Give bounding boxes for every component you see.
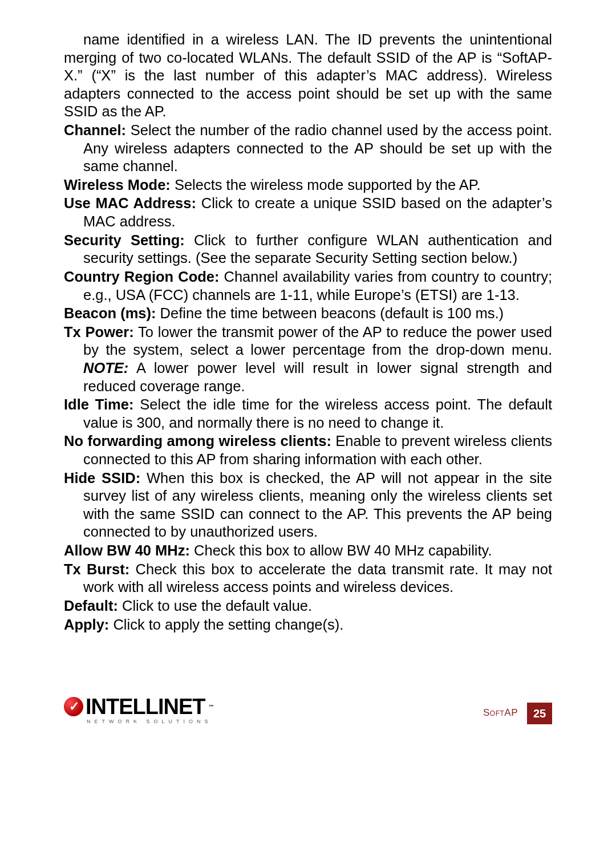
section-label: SoftAP <box>483 707 518 719</box>
allow-text: Check this box to allow BW 40 MHz capabi… <box>190 542 492 558</box>
wireless-mode-entry: Wireless Mode: Selects the wireless mode… <box>64 176 552 194</box>
country-label: Country Region Code: <box>64 269 219 285</box>
logo-check-icon: ✓ <box>64 697 83 716</box>
hide-text: When this box is checked, the AP will no… <box>83 470 552 540</box>
idle-text: Select the idle time for the wireless ac… <box>83 396 552 431</box>
brand-name: INTELLINET <box>86 696 205 717</box>
idle-label: Idle Time: <box>64 396 133 412</box>
hide-label: Hide SSID: <box>64 470 140 486</box>
beacon-entry: Beacon (ms): Define the time between bea… <box>64 305 552 323</box>
wireless-mode-text: Selects the wireless mode supported by t… <box>171 177 481 193</box>
default-label: Default: <box>64 598 118 614</box>
ssid-continuation: name identified in a wireless LAN. The I… <box>64 31 552 121</box>
use-mac-entry: Use MAC Address: Click to create a uniqu… <box>64 194 552 230</box>
nofwd-entry: No forwarding among wireless clients: En… <box>64 432 552 468</box>
channel-label: Channel: <box>64 122 126 138</box>
txpower-note: NOTE: <box>83 360 128 376</box>
txburst-label: Tx Burst: <box>64 561 129 577</box>
logo: ✓ INTELLINET™ NETWORK SOLUTIONS <box>64 696 224 724</box>
brand-sub: NETWORK SOLUTIONS <box>87 719 224 724</box>
hide-entry: Hide SSID: When this box is checked, the… <box>64 469 552 541</box>
security-label: Security Setting: <box>64 232 185 248</box>
country-entry: Country Region Code: Channel availabilit… <box>64 268 552 304</box>
default-entry: Default: Click to use the default value. <box>64 597 552 615</box>
page-number: 25 <box>527 703 552 724</box>
txpower-text-b: A lower power level will result in lower… <box>83 360 552 394</box>
apply-text: Click to apply the setting change(s). <box>109 616 343 632</box>
page: name identified in a wireless LAN. The I… <box>0 0 616 868</box>
content-block: name identified in a wireless LAN. The I… <box>64 31 552 634</box>
txpower-label: Tx Power: <box>64 324 134 340</box>
use-mac-label: Use MAC Address: <box>64 195 196 211</box>
wireless-mode-label: Wireless Mode: <box>64 177 171 193</box>
logo-main: ✓ INTELLINET™ <box>64 696 224 717</box>
trademark: ™ <box>209 704 213 709</box>
allow-label: Allow BW 40 MHz: <box>64 542 190 558</box>
footer: ✓ INTELLINET™ NETWORK SOLUTIONS SoftAP 2… <box>64 696 552 724</box>
nofwd-label: No forwarding among wireless clients: <box>64 433 331 449</box>
channel-text: Select the number of the radio channel u… <box>83 122 552 174</box>
security-entry: Security Setting: Click to further confi… <box>64 232 552 267</box>
txburst-text: Check this box to accelerate the data tr… <box>83 561 552 595</box>
allow-entry: Allow BW 40 MHz: Check this box to allow… <box>64 542 552 560</box>
txburst-entry: Tx Burst: Check this box to accelerate t… <box>64 561 552 597</box>
apply-entry: Apply: Click to apply the setting change… <box>64 616 552 634</box>
default-text: Click to use the default value. <box>118 598 312 614</box>
ssid-continuation-text: name identified in a wireless LAN. The I… <box>64 31 552 119</box>
channel-entry: Channel: Select the number of the radio … <box>64 121 552 176</box>
txpower-text-a: To lower the transmit power of the AP to… <box>83 324 552 358</box>
txpower-entry: Tx Power: To lower the transmit power of… <box>64 323 552 395</box>
idle-entry: Idle Time: Select the idle time for the … <box>64 396 552 432</box>
beacon-text: Define the time between beacons (default… <box>156 305 504 321</box>
apply-label: Apply: <box>64 616 109 632</box>
beacon-label: Beacon (ms): <box>64 305 156 321</box>
